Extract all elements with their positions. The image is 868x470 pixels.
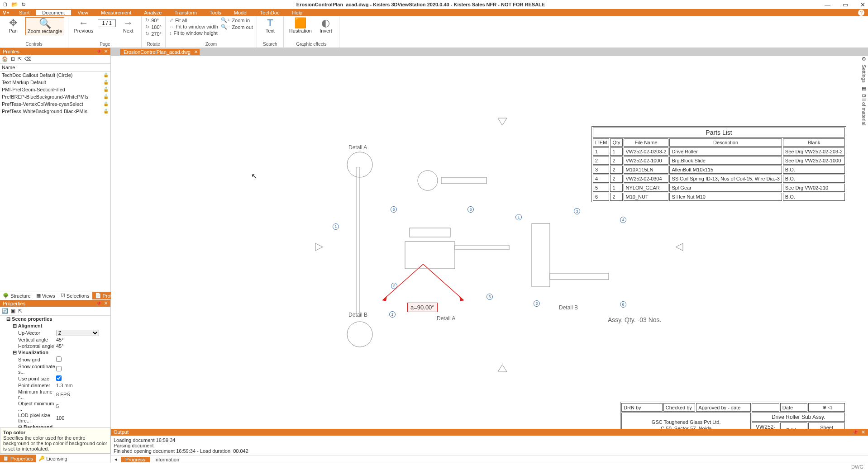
- home-icon[interactable]: 🏠: [2, 56, 8, 62]
- roller-shaft: [355, 167, 361, 316]
- property-row[interactable]: Use point size: [0, 375, 110, 382]
- tab-tools[interactable]: Tools: [203, 10, 228, 15]
- reload-icon[interactable]: ↻: [21, 1, 26, 8]
- property-row[interactable]: Show grid: [0, 356, 110, 363]
- output-body[interactable]: Loading document 16:59:34 Parsing docume…: [111, 436, 868, 456]
- refresh-icon[interactable]: 🔄: [2, 308, 8, 314]
- zoom-rectangle-button[interactable]: 🔍Zoom rectangle: [25, 17, 64, 35]
- property-row[interactable]: Object minimum ...5: [0, 400, 110, 412]
- svg-marker-12: [498, 118, 507, 125]
- property-row[interactable]: Vertical angle45°: [0, 337, 110, 343]
- close-icon[interactable]: ✕: [104, 49, 108, 54]
- previous-button[interactable]: ←Previous: [72, 17, 95, 34]
- output-title: Output: [114, 429, 129, 435]
- tab-transform[interactable]: Transform: [168, 10, 203, 15]
- property-row[interactable]: Point diameter1.3 mm: [0, 382, 110, 389]
- property-row[interactable]: Horizontal angle45°: [0, 343, 110, 349]
- close-tab-icon[interactable]: ✕: [194, 49, 198, 54]
- text-search-button[interactable]: TText: [261, 17, 280, 34]
- close-button[interactable]: ✕: [860, 1, 865, 8]
- properties-tabs[interactable]: 📋Properties 🔑Licensing: [0, 454, 110, 463]
- page-input[interactable]: [98, 19, 116, 27]
- app-logo[interactable]: V▼: [0, 9, 13, 16]
- output-line: Parsing document: [114, 443, 865, 448]
- help-icon[interactable]: ?: [858, 9, 864, 16]
- tab-techdoc[interactable]: TechDoc: [254, 10, 286, 15]
- property-row[interactable]: Up-VectorZ: [0, 329, 110, 337]
- zoom-out-button[interactable]: 🔍−Zoom out: [221, 24, 253, 30]
- tab-model[interactable]: Model: [228, 10, 254, 15]
- pan-button[interactable]: ✥Pan: [4, 17, 23, 34]
- property-row[interactable]: ⊟ Scene properties: [0, 316, 110, 323]
- rotate-180-button[interactable]: ↻180°: [145, 24, 162, 30]
- detail-b-lower-label: Detail B: [559, 304, 578, 311]
- output-tab-information[interactable]: Information: [150, 457, 184, 462]
- right-tabs[interactable]: ⚙ Settings ▤ Bill of material: [860, 56, 868, 192]
- rotate-270-button[interactable]: ↻270°: [145, 31, 162, 37]
- export-icon[interactable]: ⇱: [18, 308, 22, 314]
- tab-view[interactable]: View: [71, 10, 95, 15]
- tab-start[interactable]: Start: [13, 10, 36, 15]
- pin-icon[interactable]: 📌: [852, 429, 858, 435]
- quick-access[interactable]: 🗋 📂 ↻: [3, 1, 28, 8]
- property-row[interactable]: ⊟ Visualization: [0, 349, 110, 356]
- fit-height-button[interactable]: ↕Fit to window height: [169, 30, 218, 36]
- add-icon[interactable]: ⊞: [11, 56, 15, 62]
- properties-tree[interactable]: ⊟ Scene properties⊟ AlignmentUp-VectorZV…: [0, 316, 110, 427]
- tab-bom[interactable]: Bill of material: [861, 94, 867, 125]
- ribbon: ✥Pan 🔍Zoom rectangle Controls ←Previous …: [0, 16, 868, 48]
- output-tab-progress[interactable]: Progress: [121, 457, 150, 462]
- export-icon[interactable]: ⇱: [18, 56, 22, 62]
- output-line: Loading document 16:59:34: [114, 437, 865, 443]
- scroll-left-icon[interactable]: ◂: [111, 456, 121, 462]
- tab-analyze[interactable]: Analyze: [138, 10, 168, 15]
- close-icon[interactable]: ✕: [104, 301, 108, 306]
- left-panel-tabs[interactable]: 🌳Structure ▦Views ☑Selections 📄Profiles: [0, 291, 110, 300]
- pin-icon[interactable]: 📌: [96, 301, 101, 306]
- invert-button[interactable]: ◐Invert: [316, 17, 335, 34]
- zoom-in-button[interactable]: 🔍+Zoom in: [221, 17, 253, 23]
- document-tab[interactable]: ErosionControlPlan_acad.dwg✕: [120, 49, 200, 55]
- profiles-list[interactable]: Name TechDoc Callout Default (Circle)🔒 T…: [0, 64, 110, 291]
- illustration-button[interactable]: 🟧Illustration: [287, 17, 314, 34]
- document-tab-bar[interactable]: ErosionControlPlan_acad.dwg✕: [111, 48, 868, 56]
- tab-properties[interactable]: 📋Properties: [0, 455, 36, 462]
- delete-icon[interactable]: ⌫: [24, 56, 32, 62]
- tab-help[interactable]: Help: [286, 10, 309, 15]
- property-row[interactable]: Minimum frame r...8 FPS: [0, 389, 110, 400]
- close-icon[interactable]: ✕: [861, 429, 865, 435]
- lock-icon: 🔒: [103, 94, 109, 100]
- next-button[interactable]: →Next: [119, 17, 138, 34]
- tab-views[interactable]: ▦Views: [33, 292, 58, 299]
- properties-panel-title: Properties📌✕: [0, 300, 110, 307]
- tab-document[interactable]: Document: [36, 10, 71, 15]
- menubar[interactable]: V▼ Start Document View Measurement Analy…: [0, 9, 868, 16]
- property-row[interactable]: ⊟ Alignment: [0, 323, 110, 329]
- pin-icon[interactable]: 📌: [96, 49, 101, 54]
- new-icon[interactable]: 🗋: [3, 1, 8, 8]
- frame-arrow-top: [496, 117, 509, 126]
- tab-settings[interactable]: Settings: [861, 65, 867, 83]
- expand-icon[interactable]: ▣: [11, 308, 15, 314]
- properties-toolbar[interactable]: 🔄 ▣ ⇱: [0, 307, 110, 316]
- tab-selections[interactable]: ☑Selections: [58, 292, 92, 299]
- property-row[interactable]: LOD pixel size thre...100: [0, 412, 110, 424]
- property-row[interactable]: Show coordinate s...: [0, 363, 110, 375]
- maximize-button[interactable]: ▭: [843, 1, 848, 8]
- rotate-90-button[interactable]: ↻90°: [145, 17, 162, 23]
- minimize-button[interactable]: —: [825, 1, 830, 8]
- property-row[interactable]: ⊟ Background: [0, 424, 110, 427]
- open-icon[interactable]: 📂: [11, 1, 18, 8]
- bom-icon[interactable]: ▤: [862, 85, 866, 91]
- profile-row: PrefTess-VertexColWires-cyanSelect🔒: [0, 100, 110, 108]
- column-header-name[interactable]: Name: [0, 64, 110, 71]
- tab-licensing[interactable]: 🔑Licensing: [36, 455, 70, 462]
- fit-all-button[interactable]: ⤢Fit all: [169, 17, 218, 23]
- fit-width-button[interactable]: ↔Fit to window width: [169, 24, 218, 29]
- profiles-toolbar[interactable]: 🏠 ⊞ ⇱ ⌫: [0, 55, 110, 64]
- output-tabs[interactable]: ◂ Progress Information: [111, 456, 868, 463]
- tab-structure[interactable]: 🌳Structure: [0, 292, 33, 299]
- settings-icon[interactable]: ⚙: [862, 56, 866, 62]
- tab-measurement[interactable]: Measurement: [95, 10, 138, 15]
- drawing-canvas[interactable]: Detail A Detail B Detail A Detail B Assy…: [111, 56, 868, 463]
